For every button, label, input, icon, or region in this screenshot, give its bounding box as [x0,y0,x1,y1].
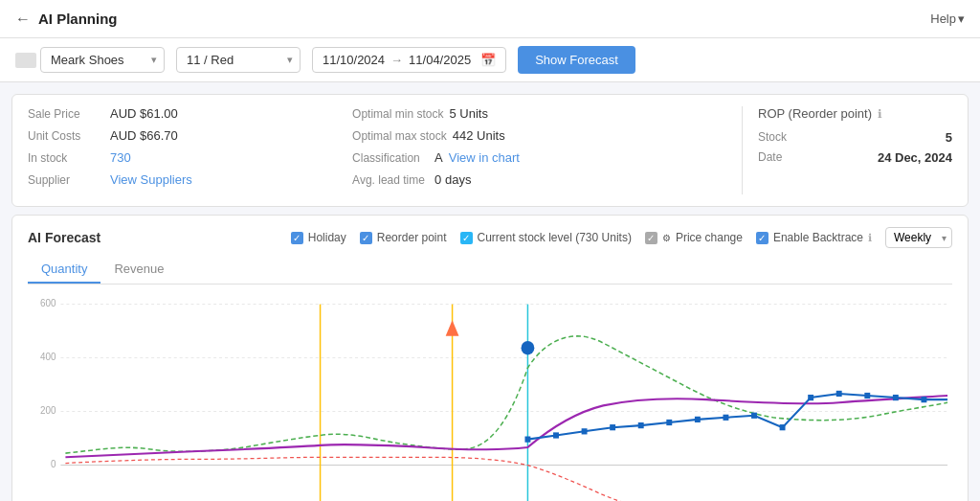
classification-row: Classification A View in chart [352,150,742,165]
legend-price-label: Price change [676,231,743,244]
date-end: 11/04/2025 [409,53,471,67]
opt-max-value: 442 Units [453,128,505,143]
legend-backtrace-check: ✓ [756,232,768,244]
view-in-chart-link[interactable]: View in chart [449,150,520,165]
date-start: 11/10/2024 [323,53,385,67]
classification-value: A [434,150,443,165]
help-button[interactable]: Help ▾ [930,11,965,26]
avg-lead-row: Avg. lead time 0 days [352,172,742,187]
view-suppliers-link[interactable]: View Suppliers [110,172,192,187]
in-stock-label: In stock [28,151,104,165]
rop-stock-value: 5 [946,130,952,145]
svg-text:600: 600 [40,297,56,307]
classification-label: Classification [352,151,429,165]
legend-holiday-label: Holiday [308,231,346,244]
rop-stock-row: Stock 5 [758,130,952,145]
page-title: AI Planning [38,11,118,27]
svg-rect-23 [780,424,786,430]
info-col-mid: Optimal min stock 5 Units Optimal max st… [352,106,742,194]
unit-costs-value: AUD $66.70 [110,128,178,143]
unit-costs-row: Unit Costs AUD $66.70 [28,128,352,143]
product-select-wrapper: Meark Shoes [15,47,165,73]
avg-lead-value: 0 days [434,172,471,187]
date-arrow: → [390,53,403,67]
avg-lead-label: Avg. lead time [352,173,429,187]
legend-reorder[interactable]: ✓ Reorder point [360,231,447,244]
svg-rect-16 [582,428,588,434]
app-header: ← AI Planning Help ▾ [0,0,980,38]
legend-holiday[interactable]: ✓ Holiday [291,231,346,244]
tab-revenue[interactable]: Revenue [100,256,177,284]
svg-rect-14 [524,437,530,443]
info-icon: ℹ [878,107,882,121]
chart-tabs: Quantity Revenue [28,256,952,285]
in-stock-value[interactable]: 730 [110,150,131,165]
chart-area: 600 400 200 0 -200 [28,288,952,501]
rop-date-label: Date [758,150,782,165]
show-forecast-button[interactable]: Show Forecast [518,46,635,74]
legend-stock-check: ✓ [460,232,473,244]
svg-rect-28 [921,397,926,402]
svg-text:0: 0 [51,458,56,468]
info-col-left: Sale Price AUD $61.00 Unit Costs AUD $66… [28,106,352,194]
unit-costs-label: Unit Costs [28,129,104,143]
chart-title: AI Forecast [28,230,100,245]
supplier-row: Supplier View Suppliers [28,172,352,187]
date-range[interactable]: 11/10/2024 → 11/04/2025 📅 [312,47,506,73]
calendar-icon: 📅 [480,53,496,67]
svg-rect-24 [808,395,813,400]
svg-rect-15 [553,432,559,438]
legend-price-change[interactable]: ✓ ⚙ Price change [645,231,743,244]
rop-date-row: Date 24 Dec, 2024 [758,150,952,165]
tab-quantity[interactable]: Quantity [28,256,100,284]
legend-current-stock[interactable]: ✓ Current stock level (730 Units) [460,231,632,244]
svg-rect-18 [638,422,644,428]
period-select-wrapper: Weekly [885,227,952,248]
variant-select[interactable]: 11 / Red [176,47,301,73]
rop-date-value: 24 Dec, 2024 [878,150,952,165]
product-select[interactable]: Meark Shoes [40,47,165,73]
legend-holiday-check: ✓ [291,232,303,244]
svg-marker-30 [446,320,459,336]
chart-header: AI Forecast ✓ Holiday ✓ Reorder point ✓ … [28,227,952,248]
rop-header: ROP (Reorder point) ℹ [758,106,952,121]
svg-text:400: 400 [40,351,56,361]
svg-rect-21 [723,415,728,421]
legend-price-icon: ⚙ [662,233,671,243]
rop-title: ROP (Reorder point) [758,106,872,121]
rop-stock-label: Stock [758,130,787,145]
legend-reorder-label: Reorder point [377,231,447,244]
svg-rect-19 [666,420,672,425]
in-stock-row: In stock 730 [28,150,352,165]
svg-rect-26 [864,393,870,399]
svg-rect-17 [610,424,615,430]
product-icon [15,53,36,68]
chart-panel: AI Forecast ✓ Holiday ✓ Reorder point ✓ … [11,215,969,501]
toolbar: Meark Shoes 11 / Red 11/10/2024 → 11/04/… [0,38,980,82]
legend-stock-label: Current stock level (730 Units) [478,231,632,244]
header-left: ← AI Planning [15,11,118,28]
back-button[interactable]: ← [15,11,31,28]
sale-price-value: AUD $61.00 [110,106,178,121]
supplier-label: Supplier [28,173,104,187]
legend-price-check: ✓ [645,232,657,244]
svg-point-29 [522,341,535,355]
legend-backtrace-info: ℹ [868,232,872,244]
legend-reorder-check: ✓ [360,232,372,244]
rop-panel: ROP (Reorder point) ℹ Stock 5 Date 24 De… [742,106,952,194]
svg-rect-22 [751,413,757,419]
sale-price-row: Sale Price AUD $61.00 [28,106,352,121]
opt-max-row: Optimal max stock 442 Units [352,128,742,143]
svg-rect-20 [695,417,701,422]
opt-min-label: Optimal min stock [352,107,443,121]
legend-backtrace-label: Enable Backtrace [773,231,863,244]
legend-backtrace[interactable]: ✓ Enable Backtrace ℹ [756,231,872,244]
variant-select-wrapper: 11 / Red [176,47,301,73]
info-panel: Sale Price AUD $61.00 Unit Costs AUD $66… [11,94,969,207]
sale-price-label: Sale Price [28,107,104,121]
opt-max-label: Optimal max stock [352,129,447,143]
period-select[interactable]: Weekly [885,227,952,248]
chart-svg: 600 400 200 0 -200 [28,288,952,501]
opt-min-row: Optimal min stock 5 Units [352,106,742,121]
svg-rect-27 [893,395,899,400]
